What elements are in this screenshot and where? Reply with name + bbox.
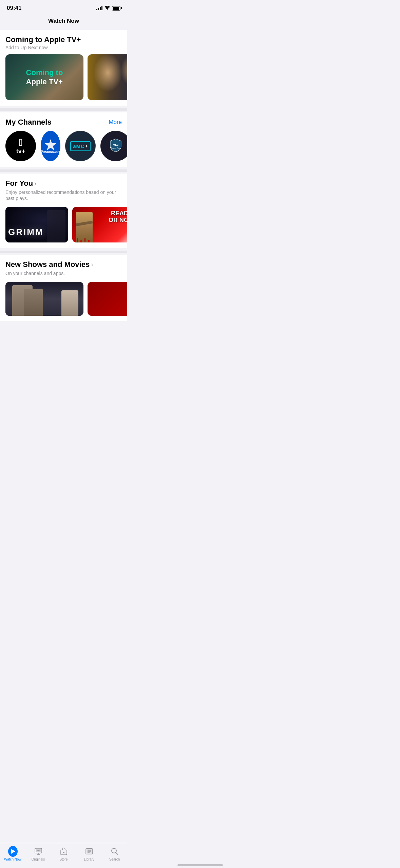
channel-mls[interactable]: MLS Season Pass: [100, 131, 127, 161]
separator-3: [0, 251, 127, 253]
foryou-subtitle-container: Enjoy personalized recommendations based…: [0, 189, 127, 204]
paramount-text: Paramount+: [41, 150, 60, 154]
status-time: 09:41: [7, 5, 21, 12]
foryou-header: For You ›: [0, 179, 127, 189]
channel-paramount[interactable]: Paramount+: [41, 131, 60, 161]
readornot-card[interactable]: READYOR NOT: [72, 207, 127, 242]
foryou-chevron-icon: ›: [34, 180, 36, 187]
newshows-subtitle-container: On your channels and apps.: [0, 270, 127, 279]
battery-icon: [112, 6, 120, 11]
coming-header: Coming to Apple TV+ Add to Up Next now.: [0, 35, 127, 52]
svg-text:Season Pass: Season Pass: [111, 147, 121, 149]
status-icons: [96, 5, 120, 11]
foryou-subtitle: Enjoy personalized recommendations based…: [5, 189, 116, 201]
page-title: Watch Now: [0, 15, 127, 30]
coming-card-2[interactable]: FL In Theaters: [88, 54, 127, 100]
newshows-scroll-row[interactable]: [0, 279, 127, 319]
channels-section: My Channels More  tv+ Paramount+: [0, 112, 127, 167]
mls-shield-icon: MLS Season Pass: [110, 138, 122, 152]
svg-point-0: [107, 9, 108, 10]
coming-subtitle: Add to Up Next now.: [5, 45, 122, 50]
channel-appletv[interactable]:  tv+: [5, 131, 36, 161]
wifi-icon: [104, 5, 110, 11]
readornot-drips: [72, 238, 127, 242]
coming-card-1[interactable]: Coming to Apple TV+: [5, 54, 83, 100]
coming-section: Coming to Apple TV+ Add to Up Next now. …: [0, 30, 127, 106]
channels-row[interactable]:  tv+ Paramount+ aMC +: [0, 128, 127, 164]
newshows-card-1[interactable]: [5, 282, 83, 316]
svg-text:MLS: MLS: [113, 143, 119, 146]
newshows-title: New Shows and Movies: [5, 260, 90, 269]
newshows-chevron-icon: ›: [91, 261, 93, 268]
channel-amc[interactable]: aMC +: [65, 131, 96, 161]
appletv-logo:  tv+: [16, 138, 25, 155]
content-area: Coming to Apple TV+ Add to Up Next now. …: [0, 30, 127, 355]
newshows-card-2[interactable]: [88, 282, 127, 316]
foryou-title-link[interactable]: For You ›: [5, 179, 36, 188]
face-overlay: [88, 54, 127, 100]
coming-scroll-row[interactable]: Coming to Apple TV+ FL In Theaters: [0, 52, 127, 103]
newshows-section: New Shows and Movies › On your channels …: [0, 255, 127, 321]
foryou-title: For You: [5, 179, 33, 188]
separator-1: [0, 108, 127, 111]
grimm-title: GRIMM: [8, 227, 44, 237]
foryou-scroll-row[interactable]: GRIMM RE: [0, 204, 127, 245]
newshows-subtitle: On your channels and apps.: [5, 271, 65, 276]
svg-marker-1: [45, 139, 56, 150]
readornot-figure: [76, 212, 93, 242]
coming-title: Coming to Apple TV+: [5, 35, 122, 44]
coming-line1: Coming to: [26, 68, 63, 77]
channels-title: My Channels: [5, 118, 52, 127]
grimm-figure: [47, 210, 65, 242]
separator-2: [0, 169, 127, 172]
grimm-card[interactable]: GRIMM: [5, 207, 68, 242]
newshows-title-link[interactable]: New Shows and Movies ›: [5, 260, 93, 269]
readornot-title: READYOR NOT: [109, 210, 127, 224]
coming-card-text: Coming to Apple TV+: [26, 68, 63, 86]
mls-logo: MLS Season Pass: [110, 138, 122, 154]
status-bar: 09:41: [0, 0, 127, 15]
foryou-section: For You › Enjoy personalized recommendat…: [0, 174, 127, 248]
newshows-header: New Shows and Movies ›: [0, 260, 127, 270]
channels-more-link[interactable]: More: [109, 119, 122, 126]
amc-logo: aMC +: [70, 141, 91, 151]
coming-line2: Apple TV+: [26, 77, 63, 86]
channels-header: My Channels More: [0, 118, 127, 128]
signal-icon: [96, 6, 102, 10]
